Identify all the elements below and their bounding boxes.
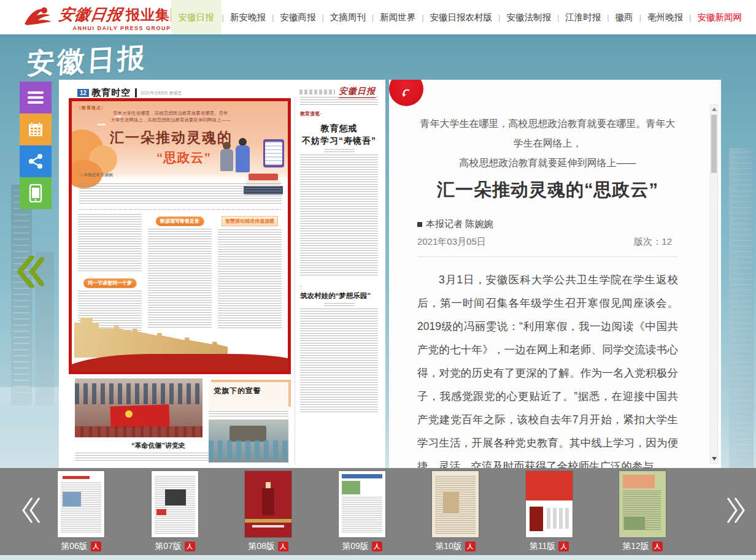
pledge-headline: 党旗下的宣誓 (214, 386, 261, 396)
back-icon (399, 87, 413, 101)
article-edition: 版次：12 (634, 236, 672, 248)
nav-item-anhui-daily[interactable]: 安徽日报 (171, 0, 222, 34)
page-header-divider (135, 88, 137, 98)
share-button[interactable] (20, 145, 52, 177)
nav-item-bozhou-evening[interactable]: 亳州晚报 (642, 0, 688, 34)
scroll-up-icon[interactable] (712, 107, 717, 111)
pdf-icon[interactable]: 人 (558, 542, 569, 551)
students-row (209, 440, 288, 459)
banner-subtitle: 青年大学生在哪里，高校思想政治教育就要在哪里。青年 大学生在网络上，高校思想政治… (109, 110, 233, 123)
great-wall-illustration (72, 315, 288, 371)
party-flag-photo[interactable] (75, 378, 202, 437)
panel-scrollbar[interactable] (710, 104, 718, 464)
top-navigation-bar: 安徽日报 报业集团 ANHUI DAILY PRESS GROUP 安徽日报 |… (0, 0, 756, 34)
article-body: 3月1日，安徽医科大学公共卫生学院在学生返校后，第一时间召集各年级学生召开寒假见… (417, 268, 678, 471)
red-chairs (75, 426, 202, 437)
page-thumbnail-10[interactable] (432, 471, 479, 537)
sidebar-tools (20, 82, 52, 209)
page-label[interactable]: 第07版 (155, 541, 182, 552)
nav-item-anhui-business[interactable]: 安徽商报 (274, 0, 321, 34)
carousel-item: 第07版人 (145, 471, 204, 552)
page-thumbnail-12-current[interactable] (619, 471, 666, 537)
scrollbar-thumb[interactable] (711, 115, 717, 173)
nav-item-rural-edition[interactable]: 安徽日报农村版 (425, 0, 498, 34)
page-masthead-microtext (299, 90, 335, 94)
scroll-down-icon[interactable] (712, 457, 717, 461)
page-number-badge: 12 (77, 89, 89, 97)
text-lines (300, 309, 378, 413)
page-thumbnail-06[interactable] (58, 471, 104, 537)
text-lines (78, 214, 142, 273)
page-date: 2021年3月5日 星期五 (141, 90, 182, 96)
nav-item-news-world[interactable]: 新闻世界 (374, 0, 421, 34)
nav-item-jianghuai-times[interactable]: 江淮时报 (560, 0, 606, 34)
right-headline-line1: 教育惩戒 (300, 122, 378, 134)
right-byline-2 (324, 303, 355, 306)
article-content: 青年大学生在哪里，高校思想政治教育就要在哪里。青年大学生在网络上， 高校思想政治… (417, 114, 678, 471)
article-date: 2021年03月05日 (417, 236, 486, 248)
carousel-item: 第08版人 (239, 471, 298, 552)
caption-textlines (75, 453, 222, 461)
next-pages-icon (725, 496, 746, 524)
calendar-button[interactable] (20, 113, 52, 145)
banner-tag: 〈教育视点〉 (77, 105, 106, 111)
nav-item-anhui-news-net[interactable]: 安徽新闻网 (692, 0, 748, 34)
nav-item-huishang[interactable]: 徽商 (610, 0, 639, 34)
right-byline (324, 149, 355, 152)
carousel-item: 第10版人 (426, 471, 485, 552)
collapse-sidebar-button[interactable] (17, 256, 44, 288)
pdf-icon[interactable]: 人 (465, 542, 476, 551)
text-lines (300, 155, 378, 277)
page-masthead-logo: 安徽日报 (339, 86, 376, 98)
great-wall-body (74, 316, 228, 358)
right-headline-line2: 不妨学习“寿镜吾” (300, 134, 378, 147)
article-kicker: 青年大学生在哪里，高校思想政治教育就要在哪里。青年大学生在网络上， 高校思想政治… (417, 114, 678, 173)
page-section-title: 教育时空 (91, 87, 131, 99)
column-label-2: · (300, 283, 378, 289)
article-column-left: 同一节课塑同一个梦 (78, 214, 142, 329)
mobile-button[interactable] (20, 177, 52, 209)
nav-item-legal-daily[interactable]: 安徽法制报 (501, 0, 557, 34)
page-label[interactable]: 第06版 (61, 541, 88, 552)
text-lines (300, 97, 378, 107)
page-thumbnail-07[interactable] (152, 471, 198, 537)
page-thumbnail-11[interactable] (526, 471, 573, 537)
page-label[interactable]: 第09版 (342, 541, 369, 552)
banner-byline: □ 本报记者 陈婉婉 (80, 172, 113, 178)
outdoor-pledge-photo[interactable] (209, 420, 288, 462)
article-title: 汇一朵推动灵魂的“思政云” (417, 178, 678, 202)
article-byline: 本报记者 陈婉婉 (417, 218, 678, 230)
back-button[interactable] (389, 80, 423, 106)
page-masthead-row: 安徽日报 (299, 86, 376, 98)
page-label[interactable]: 第10版 (435, 541, 462, 552)
page-label[interactable]: 第11版 (530, 541, 556, 552)
pdf-icon[interactable]: 人 (185, 542, 195, 551)
background-tower (723, 111, 756, 471)
bottom-strip (0, 555, 756, 560)
reader-stage: 安徽日报 (0, 34, 756, 468)
red-wave-front (72, 354, 288, 371)
next-pages-button[interactable] (725, 496, 746, 527)
highlighted-article-region[interactable]: 〈教育视点〉 青年大学生在哪里，高校思想政治教育就要在哪里。青年 大学生在网络上… (69, 98, 291, 374)
page-thumbnail-09[interactable] (339, 471, 385, 537)
article-column-middle: 数据谱写青春足音 (148, 214, 212, 329)
share-icon (28, 153, 44, 169)
page-label[interactable]: 第08版 (248, 541, 275, 552)
pdf-icon[interactable]: 人 (372, 542, 382, 551)
pdf-icon[interactable]: 人 (652, 542, 663, 551)
nav-item-digest-weekly[interactable]: 文摘周刊 (325, 0, 371, 34)
page-right-column: 教育漫笔· 教育惩戒 不妨学习“寿镜吾” · 筑农村娃的“梦想乐园” (295, 97, 378, 465)
nav-item-xinan-evening[interactable]: 新安晚报 (225, 0, 271, 34)
menu-button[interactable] (20, 82, 52, 113)
pdf-icon[interactable]: 人 (278, 542, 288, 551)
subhead-smart-warmth: 智慧驱动精准传递温暖 (222, 216, 278, 226)
press-group-logo[interactable]: 安徽日报 报业集团 ANHUI DAILY PRESS GROUP (21, 4, 185, 32)
article-meta-row: 2021年03月05日 版次：12 (417, 236, 678, 248)
previous-pages-button[interactable] (21, 496, 42, 527)
pdf-icon[interactable]: 人 (91, 542, 101, 551)
carousel-item-current: 第12版人 (613, 471, 672, 552)
calendar-icon (28, 121, 44, 137)
subhead-data-youth: 数据谱写青春足音 (156, 217, 204, 226)
page-thumbnail-08[interactable] (245, 471, 291, 537)
page-label[interactable]: 第12版 (622, 541, 649, 552)
